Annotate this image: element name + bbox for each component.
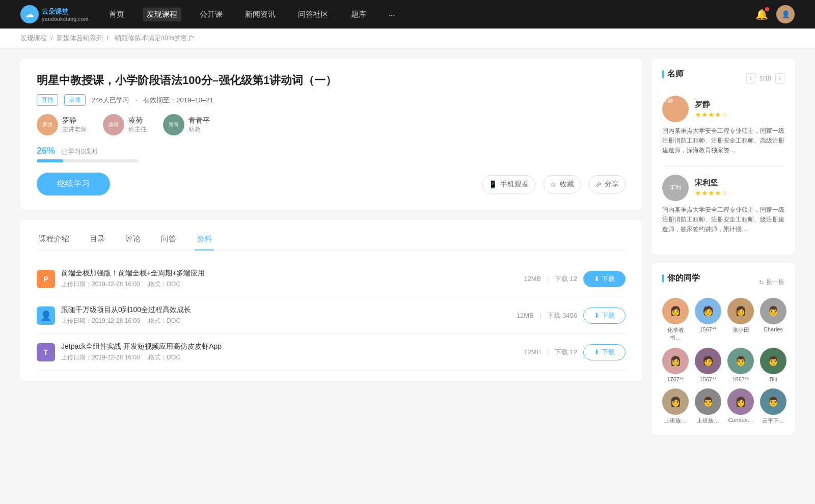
download-button-2[interactable]: ⬇ 下载	[583, 307, 626, 324]
student-10-name: 上班族…	[697, 417, 719, 425]
sidebar-teacher-1-name: 罗静	[695, 100, 728, 109]
nav-home[interactable]: 首页	[105, 8, 128, 21]
student-3: 👩 张小田	[727, 298, 754, 342]
student-4: 👨 Charles	[760, 298, 786, 342]
teachers-page: 1/10	[759, 75, 771, 82]
student-1: 👩 化学教书…	[662, 298, 689, 342]
download-icon-1: ⬇	[594, 275, 600, 283]
download-icon-3: ⬇	[594, 348, 600, 356]
progress-bar-bg	[37, 159, 139, 162]
breadcrumb: 发现课程 / 新媒体营销系列 / 销冠修炼术搞定80%的客户	[0, 29, 815, 48]
teachers-nav: ‹ 1/10 ›	[746, 73, 784, 83]
share-icon: ⇗	[595, 180, 602, 188]
resource-meta-1: 上传日期：2019-12-28 16:00 格式：DOC	[61, 280, 518, 289]
tabs-header: 课程介绍 目录 评论 问答 资料	[37, 220, 626, 250]
course-meta: 直播 录播 246人已学习 · 有效期至：2019–10–21	[37, 94, 626, 106]
sidebar-teacher-2-name: 宋利坚	[695, 178, 728, 188]
share-button[interactable]: ⇗ 分享	[589, 175, 626, 193]
breadcrumb-link-1[interactable]: 发现课程	[20, 34, 47, 42]
logo[interactable]: ☁ 云朵课堂 yundouketang.com	[20, 5, 89, 23]
teacher-1-name: 罗静	[62, 116, 87, 125]
student-9-name: 上班族…	[664, 417, 687, 425]
tab-intro[interactable]: 课程介绍	[37, 228, 71, 250]
tab-review[interactable]: 评论	[123, 228, 143, 250]
breadcrumb-current: 销冠修炼术搞定80%的客户	[115, 34, 194, 42]
resource-item-1: P 前端全栈加强版！前端全栈+全周期+多端应用 上传日期：2019-12-28 …	[37, 261, 626, 297]
student-6-name: 1567**	[699, 376, 716, 382]
student-8-name: Bill	[770, 376, 777, 382]
course-actions: 继续学习 📱 手机观看 ☆ 收藏 ⇗ 分享	[37, 173, 626, 195]
continue-button[interactable]: 继续学习	[37, 173, 110, 195]
sidebar-teacher-2: 宋利 宋利坚 ★★★★☆ 国内某重点大学安全工程专业硕士，国家一级注册消防工程师…	[662, 175, 784, 235]
sidebar-teacher-1-header: 罗静 罗静 ★★★★☆	[662, 96, 784, 122]
mobile-icon: 📱	[488, 180, 497, 188]
tab-resources[interactable]: 资料	[195, 228, 214, 250]
student-11-name: Curious…	[728, 417, 753, 423]
nav-more[interactable]: ···	[385, 8, 399, 21]
download-button-3[interactable]: ⬇ 下载	[583, 344, 626, 360]
tab-catalog[interactable]: 目录	[88, 228, 107, 250]
students-count: 246人已学习	[92, 96, 129, 105]
resource-info-2: 跟随千万级项目从0到100全过程高效成长 上传日期：2019-12-28 16:…	[61, 305, 510, 325]
notification-bell[interactable]: 🔔	[755, 8, 768, 20]
student-7: 👨 1867**	[727, 348, 754, 382]
resource-title-3: Jetpack全组件实战 开发短视频应用高仿皮皮虾App	[61, 342, 518, 351]
students-sidebar-card: 你的同学 ↻ 换一换 👩 化学教书… 🧑 1567** 👩 张	[652, 263, 795, 435]
nav-open[interactable]: 公开课	[196, 8, 227, 21]
logo-sub: yundouketang.com	[42, 16, 89, 22]
student-4-name: Charles	[764, 326, 783, 332]
student-11-avatar: 👩	[727, 388, 754, 415]
student-3-name: 张小田	[732, 326, 749, 334]
logo-text: 云朵课堂	[42, 7, 89, 16]
progress-bar-fill	[37, 159, 63, 162]
student-5-name: 1767**	[667, 376, 684, 382]
teacher-2-name: 凌荷	[128, 116, 147, 125]
separator: ·	[135, 96, 138, 104]
progress-learned: 已学习0课时	[61, 148, 98, 155]
sidebar-teacher-1: 罗静 罗静 ★★★★☆ 国内某重点大学安全工程专业硕士，国家一级注册消防工程师、…	[662, 96, 784, 156]
download-button-1[interactable]: ⬇ 下载	[583, 271, 626, 287]
students-header: 你的同学 ↻ 换一换	[662, 273, 784, 292]
resource-icon-2: 👤	[37, 306, 55, 325]
nav-qa[interactable]: 问答社区	[294, 8, 333, 21]
teacher-1-role: 主讲老师	[62, 125, 87, 134]
nav-news[interactable]: 新闻资讯	[241, 8, 280, 21]
course-title: 明星中教授课，小学阶段语法100分–强化级第1讲动词（一）	[37, 73, 626, 88]
breadcrumb-link-2[interactable]: 新媒体营销系列	[57, 34, 103, 42]
tab-qa[interactable]: 问答	[159, 228, 178, 250]
student-12-avatar: 👨	[760, 388, 786, 415]
favorite-button[interactable]: ☆ 收藏	[544, 175, 581, 193]
sidebar-teacher-2-avatar: 宋利	[662, 175, 689, 201]
teacher-2-info: 凌荷 班主任	[128, 116, 147, 134]
students-sidebar-title: 你的同学	[662, 273, 700, 284]
refresh-button[interactable]: ↻ 换一换	[759, 278, 784, 287]
resource-size-2: 12MB | 下载 3456	[517, 311, 577, 320]
sidebar-teacher-1-desc: 国内某重点大学安全工程专业硕士，国家一级注册消防工程师、注册安全工程师、高级注册…	[662, 126, 784, 156]
action-buttons: 📱 手机观看 ☆ 收藏 ⇗ 分享	[482, 175, 626, 193]
sidebar-teacher-1-stars: ★★★★☆	[695, 110, 728, 119]
student-4-avatar: 👨	[760, 298, 786, 324]
student-10: 👨 上班族…	[695, 388, 721, 425]
student-1-avatar: 👩	[662, 298, 689, 324]
teachers-prev-button[interactable]: ‹	[746, 73, 755, 83]
teachers-row: 罗静 罗静 主讲老师 凌荷 凌荷 班主任	[37, 114, 626, 135]
resource-item-2: 👤 跟随千万级项目从0到100全过程高效成长 上传日期：2019-12-28 1…	[37, 297, 626, 334]
teacher-3-avatar: 青青	[163, 114, 184, 135]
logo-icon: ☁	[20, 5, 39, 23]
teacher-2: 凌荷 凌荷 班主任	[103, 114, 147, 135]
nav-quiz[interactable]: 题库	[347, 8, 370, 21]
teachers-next-button[interactable]: ›	[775, 73, 784, 83]
notification-dot	[765, 7, 769, 11]
student-7-avatar: 👨	[727, 348, 754, 374]
star-icon: ☆	[550, 180, 557, 188]
mobile-watch-button[interactable]: 📱 手机观看	[482, 175, 535, 193]
nav-discover[interactable]: 发现课程	[143, 8, 181, 21]
teachers-sidebar-title: 名师	[662, 69, 684, 79]
tabs-content: P 前端全栈加强版！前端全栈+全周期+多端应用 上传日期：2019-12-28 …	[37, 250, 626, 381]
teacher-3-role: 助教	[188, 125, 210, 134]
nav-items: 首页 发现课程 公开课 新闻资讯 问答社区 题库 ···	[105, 8, 739, 21]
user-avatar-nav[interactable]: 👤	[776, 5, 795, 23]
student-12: 👨 云平下…	[760, 388, 786, 425]
download-icon-2: ⬇	[594, 312, 600, 319]
nav-right: 🔔 👤	[755, 5, 795, 23]
